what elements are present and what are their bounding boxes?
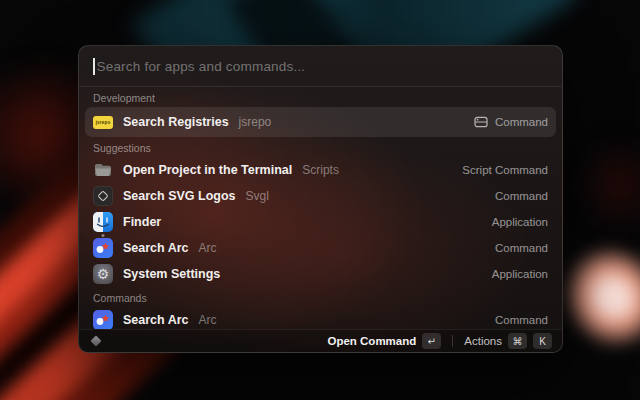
- item-accessory: Command: [495, 190, 548, 202]
- item-title: System Settings: [123, 267, 220, 281]
- item-subtitle: Scripts: [302, 163, 339, 177]
- section-header-commands: Commands: [85, 287, 556, 307]
- action-bar: Open Command ↵ Actions ⌘ K: [79, 329, 562, 352]
- item-subtitle: Arc: [199, 241, 217, 255]
- list-item-search-arc[interactable]: Search Arc Arc Command: [85, 235, 556, 261]
- item-title: Search SVG Logos: [123, 189, 236, 203]
- command-key-icon: ⌘: [508, 333, 527, 349]
- item-title: Open Project in the Terminal: [123, 163, 292, 177]
- raycast-logo-icon: [89, 334, 103, 348]
- list-item-search-arc-command[interactable]: Search Arc Arc Command: [85, 307, 556, 329]
- item-title: Search Registries: [123, 115, 229, 129]
- folder-icon: [93, 160, 113, 180]
- k-key-icon: K: [533, 333, 552, 349]
- item-title: Search Arc: [123, 241, 189, 255]
- text-caret: [93, 58, 95, 75]
- running-indicator-dot: [102, 234, 105, 237]
- item-accessory: Command: [495, 242, 548, 254]
- item-title: Finder: [123, 215, 161, 229]
- return-key-icon: ↵: [422, 333, 441, 349]
- command-bar-icon: [474, 116, 488, 128]
- item-accessory: Script Command: [462, 164, 548, 176]
- search-input[interactable]: Search for apps and commands...: [79, 46, 562, 86]
- item-subtitle: Arc: [199, 313, 217, 327]
- item-subtitle: Svgl: [246, 189, 269, 203]
- launcher-window: Search for apps and commands... Developm…: [78, 45, 563, 353]
- item-title: Search Arc: [123, 313, 189, 327]
- list-item-search-registries[interactable]: jsrepo Search Registries jsrepo Command: [85, 107, 556, 137]
- results-list: Development jsrepo Search Registries jsr…: [79, 87, 562, 329]
- list-item-system-settings[interactable]: ⚙ System Settings Application: [85, 261, 556, 287]
- item-subtitle: jsrepo: [239, 115, 272, 129]
- arc-icon: [93, 310, 113, 329]
- footer-divider: [452, 335, 453, 347]
- jsrepo-icon: jsrepo: [93, 112, 113, 132]
- finder-icon: [93, 212, 113, 232]
- actions-button[interactable]: Actions ⌘ K: [464, 333, 552, 349]
- wallpaper-maroon-glow: [580, 140, 640, 230]
- search-placeholder: Search for apps and commands...: [97, 59, 306, 74]
- settings-gear-icon: ⚙: [93, 264, 113, 284]
- item-accessory: Command: [495, 314, 548, 326]
- arc-icon: [93, 238, 113, 258]
- list-item-open-project-terminal[interactable]: Open Project in the Terminal Scripts Scr…: [85, 157, 556, 183]
- list-item-finder[interactable]: Finder Application: [85, 209, 556, 235]
- section-header-suggestions: Suggestions: [85, 137, 556, 157]
- svgl-icon: [93, 186, 113, 206]
- open-command-button[interactable]: Open Command ↵: [327, 333, 441, 349]
- item-accessory: Application: [492, 268, 548, 280]
- item-accessory: Command: [474, 116, 548, 128]
- list-item-search-svg-logos[interactable]: Search SVG Logos Svgl Command: [85, 183, 556, 209]
- section-header-development: Development: [85, 87, 556, 107]
- item-accessory: Application: [492, 216, 548, 228]
